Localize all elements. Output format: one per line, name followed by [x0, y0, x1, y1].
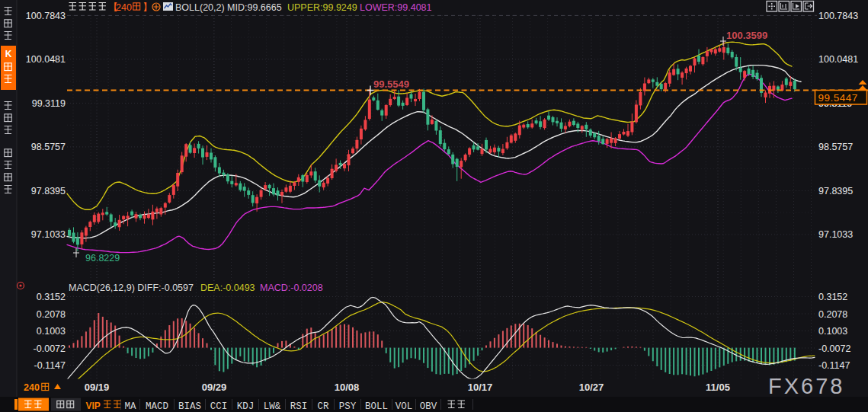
svg-text:MA: MA [124, 401, 136, 412]
svg-text:97.1033: 97.1033 [31, 229, 66, 240]
svg-text:240: 240 [116, 2, 132, 13]
svg-text:0.3152: 0.3152 [37, 292, 66, 302]
svg-text:VOL: VOL [396, 401, 413, 412]
svg-text:98.5757: 98.5757 [818, 142, 853, 152]
svg-text:KDJ: KDJ [237, 401, 255, 412]
svg-text:LOWER:99.4081: LOWER:99.4081 [360, 2, 432, 13]
svg-text:100.7843: 100.7843 [818, 11, 858, 21]
svg-text:99.5447: 99.5447 [818, 92, 858, 104]
svg-text:FX678: FX678 [768, 374, 844, 398]
svg-text:100.0481: 100.0481 [818, 54, 858, 65]
svg-text:100.7843: 100.7843 [26, 11, 66, 21]
svg-text:0.1003: 0.1003 [818, 326, 847, 337]
svg-text:MACD(26,12,9) DIFF:-0.0597: MACD(26,12,9) DIFF:-0.0597 [69, 283, 194, 293]
svg-text:09/19: 09/19 [85, 382, 110, 393]
svg-text:0.2078: 0.2078 [818, 309, 847, 320]
svg-text:10/17: 10/17 [468, 382, 493, 393]
svg-text:】: 】 [143, 2, 152, 13]
svg-text:-0.1147: -0.1147 [818, 360, 850, 371]
svg-text:98.5757: 98.5757 [31, 142, 66, 152]
svg-text:BOLL(20,2) MID:99.6665: BOLL(20,2) MID:99.6665 [175, 2, 282, 13]
svg-text:97.1033: 97.1033 [818, 229, 853, 240]
svg-text:0.3152: 0.3152 [818, 292, 847, 302]
svg-text:09/29: 09/29 [202, 382, 227, 393]
svg-text:10/27: 10/27 [579, 382, 604, 393]
svg-text:11/05: 11/05 [706, 382, 730, 393]
svg-text:-0.0072: -0.0072 [34, 343, 66, 354]
svg-text:97.8395: 97.8395 [31, 186, 66, 196]
svg-text:CCI: CCI [210, 401, 228, 412]
svg-text:-0.1147: -0.1147 [34, 360, 66, 371]
svg-text:100.3599: 100.3599 [726, 30, 767, 41]
svg-text:MACD: MACD [146, 401, 168, 412]
svg-text:0.1003: 0.1003 [37, 326, 66, 337]
svg-text:10/08: 10/08 [335, 382, 360, 393]
svg-text:VIP: VIP [86, 401, 101, 411]
svg-text:BIAS: BIAS [178, 401, 201, 412]
svg-text:K: K [5, 49, 12, 59]
svg-text:BOLL: BOLL [365, 401, 388, 412]
svg-text:OBV: OBV [420, 401, 437, 412]
svg-text:0.2078: 0.2078 [37, 309, 66, 320]
svg-text:RSI: RSI [290, 401, 308, 412]
svg-text:96.8229: 96.8229 [85, 253, 120, 263]
svg-text:PSY: PSY [339, 401, 357, 412]
svg-text:-0.0072: -0.0072 [818, 343, 850, 354]
svg-text:99.5549: 99.5549 [373, 78, 409, 90]
svg-text:100.0481: 100.0481 [26, 54, 66, 65]
svg-text:UPPER:99.9249: UPPER:99.9249 [287, 2, 357, 13]
svg-text:CR: CR [317, 401, 329, 412]
svg-text:DEA:-0.0493: DEA:-0.0493 [200, 283, 255, 293]
svg-text:LW&: LW& [264, 401, 281, 412]
svg-text:MACD:-0.0208: MACD:-0.0208 [260, 283, 323, 293]
svg-text:99.3119: 99.3119 [32, 98, 66, 109]
svg-text:97.8395: 97.8395 [818, 186, 853, 196]
svg-text:240: 240 [24, 382, 40, 393]
